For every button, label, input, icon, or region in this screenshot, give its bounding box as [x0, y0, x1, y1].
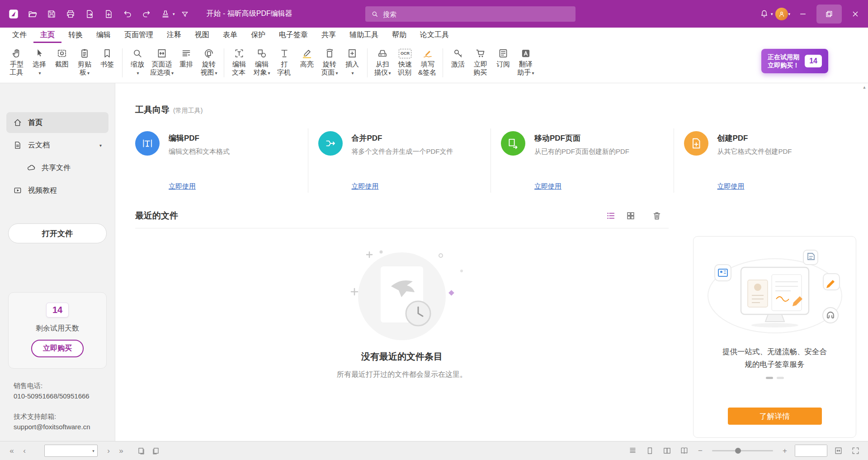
- bookmark-button[interactable]: 书签: [96, 46, 118, 78]
- list-view-icon[interactable]: [605, 210, 616, 221]
- single-page-view-icon[interactable]: [643, 445, 656, 457]
- undo-icon[interactable]: [118, 5, 137, 23]
- highlight-button[interactable]: 高亮: [296, 46, 318, 78]
- support-email-address[interactable]: support@foxitsoftware.cn: [14, 422, 115, 432]
- edit-text-button[interactable]: 编辑 文本: [228, 46, 250, 78]
- content-scrollbar[interactable]: ▲: [861, 84, 868, 441]
- tool-card-merge-pdf[interactable]: 合并PDF 将多个文件合并生成一个PDF文件 立即使用: [308, 127, 491, 194]
- menu-page-manage[interactable]: 页面管理: [118, 28, 160, 43]
- menu-file[interactable]: 文件: [5, 28, 33, 43]
- hand-tool-button[interactable]: 手型 工具: [5, 46, 28, 78]
- menu-view[interactable]: 视图: [188, 28, 216, 43]
- zoom-level-input[interactable]: [795, 445, 827, 456]
- menu-accessibility[interactable]: 辅助工具: [343, 28, 385, 43]
- print-icon[interactable]: [61, 5, 80, 23]
- open-file-button[interactable]: 打开文件: [8, 223, 107, 243]
- snapshot-button[interactable]: 截图: [51, 46, 73, 78]
- carousel-dot-active[interactable]: [766, 377, 773, 379]
- from-scanner-button[interactable]: 从扫 描仪▾: [371, 46, 394, 78]
- cloud-docs-dropdown-icon[interactable]: ▾: [99, 143, 102, 148]
- fullscreen-icon[interactable]: [849, 445, 862, 457]
- sidebar-item-home[interactable]: 首页: [6, 112, 108, 133]
- use-now-link[interactable]: 立即使用: [717, 182, 745, 191]
- carousel-dot[interactable]: [777, 377, 784, 379]
- prev-view-icon[interactable]: [135, 445, 147, 457]
- facing-pages-view-icon[interactable]: [660, 445, 673, 457]
- first-page-icon[interactable]: «: [6, 445, 17, 457]
- quick-ocr-button[interactable]: OCR 快速 识别: [394, 46, 416, 78]
- select-button[interactable]: 选择 ▾: [28, 46, 51, 78]
- page-number-box[interactable]: ▾: [44, 445, 98, 457]
- fit-page-button[interactable]: 页面适 应选项▾: [149, 46, 175, 78]
- sidebar-item-cloud-docs[interactable]: 云文档 ▾: [6, 135, 108, 156]
- menu-esign[interactable]: 电子签章: [272, 28, 315, 43]
- create-pdf-icon[interactable]: [99, 5, 118, 23]
- clipboard-button[interactable]: 剪贴 板▾: [73, 46, 96, 78]
- fill-sign-button[interactable]: 填写 &签名: [416, 46, 439, 78]
- use-now-link[interactable]: 立即使用: [534, 182, 561, 191]
- next-view-icon[interactable]: [149, 445, 162, 457]
- search-input[interactable]: [383, 10, 570, 18]
- subscribe-button[interactable]: 订阅: [492, 46, 514, 78]
- buy-now-button[interactable]: 立即 购买: [469, 46, 492, 78]
- redo-icon[interactable]: [137, 5, 156, 23]
- zoom-button[interactable]: 缩放 ▾: [126, 46, 149, 78]
- scrollbar-up-arrow-icon[interactable]: ▲: [863, 84, 867, 441]
- menu-form[interactable]: 表单: [216, 28, 244, 43]
- fit-page-view-icon[interactable]: [832, 445, 844, 457]
- menu-edit[interactable]: 编辑: [90, 28, 118, 43]
- close-button[interactable]: [843, 0, 868, 28]
- zoom-slider[interactable]: [712, 450, 773, 451]
- page-number-input[interactable]: [45, 447, 90, 455]
- menu-help[interactable]: 帮助: [385, 28, 413, 43]
- carousel-dots[interactable]: [766, 377, 784, 379]
- menu-paper-tools[interactable]: 论文工具: [413, 28, 456, 43]
- save-icon[interactable]: [42, 5, 61, 23]
- menu-protect[interactable]: 保护: [244, 28, 272, 43]
- sidebar-item-video-tutorials[interactable]: 视频教程: [6, 180, 108, 201]
- tool-card-edit-pdf[interactable]: 编辑PDF 编辑文档和文本格式 立即使用: [135, 127, 308, 194]
- activate-button[interactable]: 激活: [447, 46, 469, 78]
- prev-page-icon[interactable]: ‹: [19, 445, 30, 457]
- learn-more-button[interactable]: 了解详情: [728, 408, 822, 425]
- tool-card-create-pdf[interactable]: 创建PDF 从其它格式文件创建PDF 立即使用: [674, 127, 857, 194]
- more-tools-icon[interactable]: [176, 5, 194, 23]
- open-file-icon[interactable]: [24, 5, 42, 23]
- typewriter-button[interactable]: 打 字机: [273, 46, 296, 78]
- menu-convert[interactable]: 转换: [61, 28, 90, 43]
- search-box[interactable]: [365, 6, 576, 22]
- translate-assistant-button[interactable]: 翻译 助手▾: [514, 46, 537, 78]
- zoom-level-box[interactable]: [795, 445, 827, 457]
- menu-comment[interactable]: 注释: [160, 28, 188, 43]
- edit-object-button[interactable]: 编辑 对象▾: [250, 46, 273, 78]
- trial-buy-badge[interactable]: 正在试用期 立即购买！ 14: [761, 49, 828, 73]
- export-pdf-icon[interactable]: [80, 5, 99, 23]
- zoom-out-icon[interactable]: −: [695, 445, 706, 457]
- stamp-tool-icon[interactable]: [156, 5, 175, 23]
- tool-card-move-pages[interactable]: 移动PDF页面 从已有的PDF页面创建新的PDF 立即使用: [491, 127, 674, 194]
- buy-now-pill-button[interactable]: 立即购买: [31, 340, 84, 357]
- rotate-pages-button[interactable]: 旋转 页面▾: [318, 46, 341, 78]
- reflow-button[interactable]: 重排: [175, 46, 198, 78]
- use-now-link[interactable]: 立即使用: [169, 182, 196, 191]
- next-page-icon[interactable]: ›: [103, 445, 114, 457]
- sales-phone-label: 销售电话:: [14, 380, 115, 391]
- menu-home[interactable]: 主页: [33, 28, 61, 43]
- zoom-slider-thumb[interactable]: [735, 448, 741, 454]
- continuous-scroll-view-icon[interactable]: [626, 445, 639, 457]
- stamp-dropdown-icon[interactable]: ▾: [173, 12, 175, 16]
- menu-share[interactable]: 共享: [315, 28, 343, 43]
- sidebar-item-shared-files[interactable]: 共享文件: [20, 157, 108, 178]
- zoom-in-icon[interactable]: +: [779, 445, 790, 457]
- use-now-link[interactable]: 立即使用: [352, 182, 379, 191]
- edit-object-icon: [256, 47, 268, 60]
- last-page-icon[interactable]: »: [116, 445, 127, 457]
- grid-view-icon[interactable]: [625, 210, 636, 221]
- minimize-button[interactable]: [790, 0, 816, 28]
- restore-button[interactable]: [816, 5, 842, 24]
- clear-recent-trash-icon[interactable]: [651, 210, 662, 221]
- page-dropdown-icon[interactable]: ▾: [90, 449, 97, 453]
- rotate-view-button[interactable]: 旋转 视图▾: [198, 46, 220, 78]
- insert-button[interactable]: 插入 ▾: [341, 46, 363, 78]
- book-view-icon[interactable]: [678, 445, 690, 457]
